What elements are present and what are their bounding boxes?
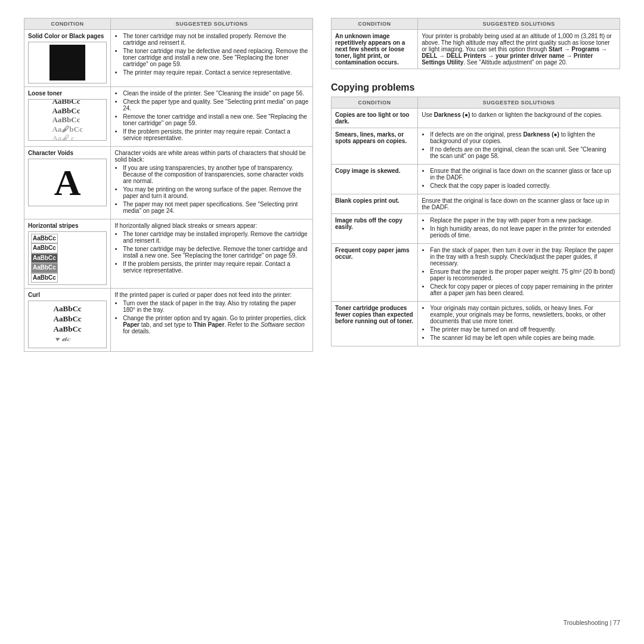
condition-char-voids: Character Voids A: [24, 147, 111, 219]
solution-list: Replace the paper in the tray with paper…: [422, 217, 616, 239]
table-row: An unknown image repetitively appears on…: [332, 30, 620, 69]
solid-black-box: [49, 45, 85, 80]
main-columns: Condition Suggested Solutions Solid Colo…: [24, 18, 620, 613]
list-item: If defects are on the original, press Da…: [430, 131, 616, 144]
condition-image-rubs: Image rubs off the copy easily.: [332, 214, 418, 244]
solution-list: Fan the stack of paper, then turn it ove…: [422, 247, 616, 296]
footer-text: Troubleshooting | 77: [564, 619, 620, 626]
copying-section-title: Copying problems: [331, 82, 620, 93]
list-item: The paper may not meet paper specificati…: [123, 201, 309, 214]
list-item: In high humidity areas, do not leave pap…: [430, 225, 616, 239]
curl-text: AaBbCc AaBbCc AaBbCc ▼𝐞lc: [54, 304, 82, 345]
solution-unknown-image: Your printer is probably being used at a…: [418, 30, 620, 69]
left-header-solutions: Suggested Solutions: [111, 18, 313, 30]
table-row: Smears, lines, marks, or spots appears o…: [332, 128, 620, 165]
list-item: The toner cartridge may be installed imp…: [123, 231, 309, 244]
list-item: Clean the inside of the printer. See "Cl…: [123, 90, 309, 97]
condition-loose-toner: Loose toner AaBbCc AaBbCc AaBbCc Aa🖌bCc …: [24, 87, 111, 147]
condition-unknown-image: An unknown image repetitively appears on…: [332, 30, 418, 69]
char-voids-letter: A: [54, 162, 81, 204]
copy-header-condition: Condition: [332, 97, 418, 109]
page: Condition Suggested Solutions Solid Colo…: [0, 0, 644, 644]
list-item: The printer may require repair. Contact …: [123, 69, 309, 76]
list-item: If the problem persists, the printer may…: [123, 261, 309, 274]
list-item: If no defects are on the original, clean…: [430, 146, 616, 159]
solid-black-image: [28, 42, 107, 83]
left-print-quality-table: Condition Suggested Solutions Solid Colo…: [24, 18, 313, 352]
condition-frequent-jams: Frequent copy paper jams occur.: [332, 244, 418, 302]
right-top-header-solutions: Suggested Solutions: [418, 18, 620, 30]
solution-solid-color: The toner cartridge may not be installed…: [111, 30, 313, 87]
solution-list: The toner cartridge may be installed imp…: [114, 231, 309, 274]
solution-image-rubs: Replace the paper in the tray with paper…: [418, 214, 620, 244]
left-header-condition: Condition: [24, 18, 111, 30]
list-item: Your originals may contain pictures, sol…: [430, 305, 616, 324]
solution-smears: If defects are on the original, press Da…: [418, 128, 620, 165]
list-item: The toner cartridge may not be installed…: [123, 33, 309, 46]
solution-loose-toner: Clean the inside of the printer. See "Cl…: [111, 87, 313, 147]
solution-list: If you are using transparencies, try ano…: [114, 165, 309, 214]
right-column: Condition Suggested Solutions An unknown…: [331, 18, 620, 613]
condition-solid-color: Solid Color or Black pages: [24, 30, 111, 87]
list-item: You may be printing on the wrong surface…: [123, 186, 309, 199]
table-row: Loose toner AaBbCc AaBbCc AaBbCc Aa🖌bCc …: [24, 87, 313, 147]
copying-problems-table: Condition Suggested Solutions Copies are…: [331, 97, 620, 346]
left-column: Condition Suggested Solutions Solid Colo…: [24, 18, 313, 613]
solution-list: Ensure that the original is face down on…: [422, 168, 616, 189]
list-item: Check that the copy paper is loaded corr…: [430, 182, 616, 189]
condition-text: An unknown image repetitively appears on…: [335, 33, 405, 66]
list-item: Fan the stack of paper, then turn it ove…: [430, 247, 616, 267]
list-item: Change the printer option and try again.…: [123, 315, 309, 335]
copying-section: Copying problems Condition Suggested Sol…: [331, 75, 620, 346]
table-row: Blank copies print out. Ensure that the …: [332, 194, 620, 214]
solution-list: Your originals may contain pictures, sol…: [422, 305, 616, 341]
table-row: Toner cartridge produces fewer copies th…: [332, 302, 620, 346]
curl-image: AaBbCc AaBbCc AaBbCc ▼𝐞lc: [28, 301, 107, 348]
loose-toner-text: AaBbCc AaBbCc AaBbCc Aa🖌bCc Aa🖌 c: [51, 99, 83, 141]
right-top-header-condition: Condition: [332, 18, 418, 30]
list-item: Remove the toner cartridge and install a…: [123, 113, 309, 126]
list-item: If the problem persists, the printer may…: [123, 128, 309, 141]
condition-curl: Curl AaBbCc AaBbCc AaBbCc ▼𝐞lc: [24, 289, 111, 352]
list-item: Ensure that the paper is the proper pape…: [430, 268, 616, 281]
loose-toner-image: AaBbCc AaBbCc AaBbCc Aa🖌bCc Aa🖌 c: [28, 99, 107, 141]
list-item: The scanner lid may be left open while c…: [430, 335, 616, 341]
solution-horiz-stripes: If horizontally aligned black streaks or…: [111, 219, 313, 289]
solution-list: Clean the inside of the printer. See "Cl…: [114, 90, 309, 141]
list-item: Check for copy paper or pieces of copy p…: [430, 283, 616, 296]
char-voids-image: A: [28, 159, 107, 206]
table-row: Frequent copy paper jams occur. Fan the …: [332, 244, 620, 302]
horiz-stripes-image: AaBbCc AaBbCc AaBbCc AaBbCc AaBbCc: [28, 231, 107, 285]
solution-curl: If the printed paper is curled or paper …: [111, 289, 313, 352]
solution-char-voids: Character voids are white areas within p…: [111, 147, 313, 219]
list-item: Check the paper type and quality. See "S…: [123, 98, 309, 112]
condition-toner-fewer-copies: Toner cartridge produces fewer copies th…: [332, 302, 418, 346]
right-top-table: Condition Suggested Solutions An unknown…: [331, 18, 620, 69]
list-item: If you are using transparencies, try ano…: [123, 165, 309, 184]
footer: Troubleshooting | 77: [24, 613, 620, 626]
condition-blank-copies: Blank copies print out.: [332, 194, 418, 214]
list-item: Turn over the stack of paper in the tray…: [123, 300, 309, 313]
list-item: The printer may be turned on and off fre…: [430, 326, 616, 333]
stripes-text: AaBbCc AaBbCc AaBbCc AaBbCc AaBbCc: [31, 234, 58, 283]
list-item: Replace the paper in the tray with paper…: [430, 217, 616, 224]
table-row: Horizontal stripes AaBbCc AaBbCc AaBbCc …: [24, 219, 313, 289]
condition-smears: Smears, lines, marks, or spots appears o…: [332, 128, 418, 165]
solution-list: The toner cartridge may not be installed…: [114, 33, 309, 76]
list-item: The toner cartridge may be defective and…: [123, 48, 309, 67]
list-item: The toner cartridge may be defective. Re…: [123, 246, 309, 259]
table-row: Character Voids A Character voids are wh…: [24, 147, 313, 219]
solution-list: Turn over the stack of paper in the tray…: [114, 300, 309, 335]
condition-copies-light-dark: Copies are too light or too dark.: [332, 109, 418, 128]
solution-list: If defects are on the original, press Da…: [422, 131, 616, 159]
solution-toner-fewer-copies: Your originals may contain pictures, sol…: [418, 302, 620, 346]
table-row: Copy image is skewed. Ensure that the or…: [332, 165, 620, 194]
table-row: Image rubs off the copy easily. Replace …: [332, 214, 620, 244]
solution-copies-light-dark: Use Darkness (●) to darken or lighten th…: [418, 109, 620, 128]
condition-skewed: Copy image is skewed.: [332, 165, 418, 194]
solution-frequent-jams: Fan the stack of paper, then turn it ove…: [418, 244, 620, 302]
solution-skewed: Ensure that the original is face down on…: [418, 165, 620, 194]
table-row: Curl AaBbCc AaBbCc AaBbCc ▼𝐞lc: [24, 289, 313, 352]
list-item: Ensure that the original is face down on…: [430, 168, 616, 181]
table-row: Solid Color or Black pages The toner car…: [24, 30, 313, 87]
